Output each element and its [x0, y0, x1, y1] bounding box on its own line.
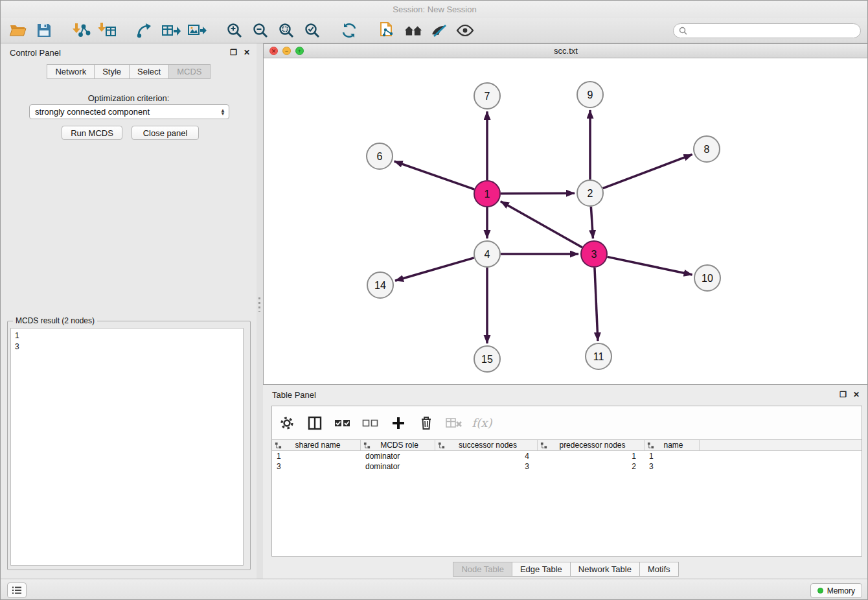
deselect-all-columns-icon[interactable]	[362, 415, 379, 432]
tab-style[interactable]: Style	[95, 64, 130, 79]
cell-successor-nodes: 4	[435, 451, 538, 461]
tab-select[interactable]: Select	[130, 64, 169, 79]
node-label-11: 11	[593, 351, 604, 362]
import-table-icon[interactable]	[98, 21, 117, 40]
import-network-icon[interactable]	[72, 21, 91, 40]
column-type-icon	[363, 442, 371, 449]
column-header-name[interactable]: name	[645, 440, 700, 450]
window-titlebar[interactable]: Session: New Session	[1, 1, 868, 18]
application-window: Session: New Session	[0, 0, 868, 600]
cell-name: 3	[645, 461, 700, 472]
edge-3-11[interactable]	[595, 268, 598, 341]
select-all-columns-icon[interactable]	[334, 415, 351, 432]
result-item: 1	[15, 330, 239, 341]
close-table-panel-icon[interactable]: ✕	[853, 390, 860, 399]
network-window-titlebar[interactable]: scc.txt ✕ − +	[264, 44, 868, 58]
edge-2-8[interactable]	[603, 154, 692, 188]
tab-node-table[interactable]: Node Table	[453, 562, 512, 577]
vertical-splitter[interactable]	[257, 43, 263, 579]
optimization-criterion-select[interactable]: strongly connected component ▲▼	[29, 104, 229, 119]
save-session-icon[interactable]	[34, 21, 54, 40]
cell-successor-nodes: 3	[435, 461, 538, 472]
network-canvas[interactable]: 7968124310141511	[264, 58, 868, 384]
graphics-details-icon[interactable]	[429, 21, 449, 40]
window-title: Session: New Session	[393, 5, 476, 14]
cell-shared-name: 1	[272, 451, 361, 461]
network-window-title: scc.txt	[264, 46, 868, 56]
cell-predecessor-nodes: 2	[538, 461, 645, 472]
column-header-predecessor-nodes[interactable]: predecessor nodes	[538, 440, 645, 450]
optimization-criterion-label: Optimization criterion:	[1, 93, 257, 103]
network-graph[interactable]: 7968124310141511	[264, 58, 868, 384]
close-panel-icon[interactable]: ✕	[244, 48, 250, 57]
mcds-result-group: MCDS result (2 nodes) 1 3	[7, 321, 251, 570]
control-panel-title: Control Panel	[10, 48, 223, 58]
node-label-9: 9	[588, 89, 593, 100]
export-view-icon[interactable]	[378, 21, 397, 40]
memory-status-icon	[817, 588, 823, 594]
cell-shared-name: 3	[272, 461, 361, 472]
zoom-selected-icon[interactable]	[303, 21, 322, 40]
task-history-button[interactable]	[7, 583, 27, 598]
node-table: f(x) shared name MCDS role successor nod…	[271, 406, 862, 557]
chevron-updown-icon: ▲▼	[220, 109, 225, 115]
delete-column-icon[interactable]	[418, 415, 435, 432]
table-settings-icon[interactable]	[279, 415, 295, 432]
node-label-14: 14	[374, 280, 386, 291]
table-panel: Table Panel ❐ ✕	[263, 386, 868, 579]
run-mcds-button[interactable]: Run MCDS	[62, 126, 122, 140]
tab-edge-table[interactable]: Edge Table	[512, 562, 571, 577]
memory-button[interactable]: Memory	[810, 583, 862, 598]
node-label-10: 10	[702, 273, 713, 284]
table-row[interactable]: 3 dominator 3 2 3	[272, 461, 862, 472]
home-icon[interactable]	[404, 21, 423, 40]
edge-4-14[interactable]	[395, 258, 474, 281]
maximize-window-icon[interactable]: +	[295, 47, 304, 55]
table-panel-title: Table Panel	[272, 390, 833, 400]
edge-3-1[interactable]	[501, 202, 582, 248]
mcds-result-title: MCDS result (2 nodes)	[13, 316, 97, 325]
tab-network-table[interactable]: Network Table	[571, 562, 640, 577]
column-header-mcds-role[interactable]: MCDS role	[361, 440, 435, 450]
column-type-icon	[438, 442, 445, 449]
function-builder-icon: f(x)	[474, 415, 490, 432]
edge-1-6[interactable]	[394, 161, 475, 189]
zoom-in-icon[interactable]	[225, 21, 244, 40]
search-input[interactable]	[691, 27, 855, 36]
export-table-icon[interactable]	[161, 21, 181, 40]
cell-mcds-role: dominator	[361, 451, 435, 461]
column-type-icon	[540, 442, 547, 449]
refresh-icon[interactable]	[340, 21, 360, 40]
eye-icon[interactable]	[455, 21, 475, 40]
search-icon	[679, 27, 687, 35]
minimize-window-icon[interactable]: −	[282, 47, 291, 55]
column-header-shared-name[interactable]: shared name	[272, 440, 361, 450]
node-label-4: 4	[485, 249, 490, 260]
mcds-result-list[interactable]: 1 3	[10, 328, 244, 566]
node-label-2: 2	[588, 188, 593, 199]
edge-3-10[interactable]	[608, 257, 692, 275]
tab-network[interactable]: Network	[47, 64, 95, 79]
zoom-out-icon[interactable]	[251, 21, 270, 40]
control-panel-header: Control Panel ❐ ✕	[1, 43, 257, 62]
float-panel-icon[interactable]: ❐	[230, 48, 237, 57]
column-header-successor-nodes[interactable]: successor nodes	[435, 440, 538, 450]
status-bar: Memory	[1, 579, 868, 600]
window-controls: ✕ − +	[269, 47, 304, 55]
create-column-icon[interactable]	[390, 415, 407, 432]
new-network-icon[interactable]	[135, 21, 155, 40]
show-columns-icon[interactable]	[306, 415, 323, 432]
edge-2-3[interactable]	[591, 207, 593, 238]
tab-motifs[interactable]: Motifs	[640, 562, 679, 577]
node-label-3: 3	[591, 249, 597, 260]
close-panel-button[interactable]: Close panel	[131, 126, 199, 140]
export-image-icon[interactable]	[187, 21, 207, 40]
zoom-fit-icon[interactable]	[277, 21, 296, 40]
tab-mcds[interactable]: MCDS	[169, 64, 210, 79]
open-session-icon[interactable]	[8, 21, 28, 40]
close-window-icon[interactable]: ✕	[269, 47, 278, 55]
float-table-panel-icon[interactable]: ❐	[839, 390, 847, 399]
edge-1-2[interactable]	[501, 193, 575, 194]
table-row[interactable]: 1 dominator 4 1 1	[272, 451, 862, 461]
cell-predecessor-nodes: 1	[538, 451, 645, 461]
